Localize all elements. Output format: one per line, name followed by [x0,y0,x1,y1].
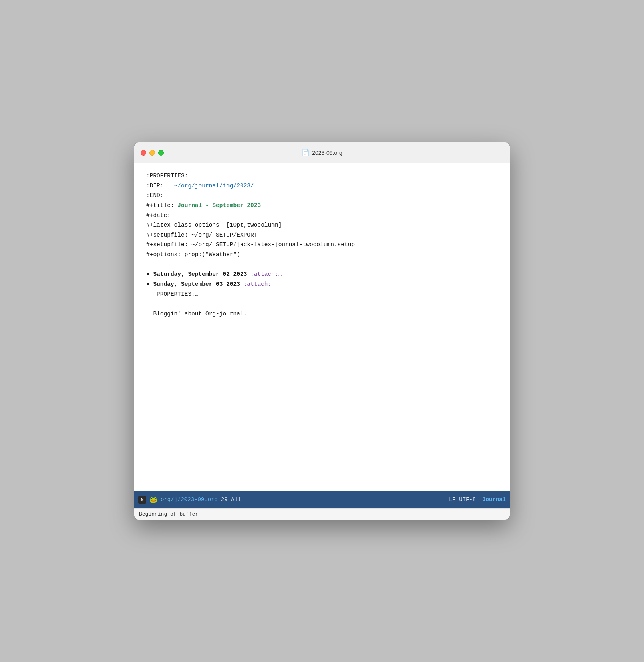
bottom-bar: Beginning of buffer [134,508,510,520]
line-properties-indent: :PROPERTIES:… [146,289,498,299]
line-title: #+title: Journal - September 2023 [146,201,498,211]
line-latex-class: #+latex_class_options: [10pt,twocolumn] [146,220,498,230]
statusbar-right: LF UTF-8 Journal [449,496,506,503]
blank-line-1 [146,260,498,270]
file-icon: 📄 [302,149,310,156]
statusbar-encoding: LF UTF-8 [449,496,476,503]
traffic-lights [141,150,164,156]
line-saturday-heading: ● Saturday, September 02 2023 :attach:… [146,269,498,279]
line-sunday-heading: ● Sunday, September 03 2023 :attach: [146,279,498,289]
window-title: 📄 2023-09.org [302,149,342,156]
close-button[interactable] [141,150,146,156]
titlebar: 📄 2023-09.org [134,142,510,163]
line-setupfile2: #+setupfile: ~/org/_SETUP/jack-latex-jou… [146,240,498,250]
statusbar: N 🐸 org/j/2023-09.org 29 All LF UTF-8 Jo… [134,491,510,508]
maximize-button[interactable] [158,150,164,156]
minimize-button[interactable] [149,150,155,156]
line-setupfile1: #+setupfile: ~/org/_SETUP/EXPORT [146,230,498,240]
arrow-icon: 🐸 [149,496,157,504]
line-properties: :PROPERTIES: [146,171,498,181]
statusbar-mode: Journal [482,496,506,503]
path-prefix: org [161,496,171,503]
main-window: 📄 2023-09.org :PROPERTIES: :DIR: ~/org/j… [134,142,510,520]
statusbar-path: org/j/2023-09.org [161,496,218,503]
filename-label: 2023-09.org [312,150,342,156]
line-options: #+options: prop:("Weather") [146,250,498,260]
editor-area[interactable]: :PROPERTIES: :DIR: ~/org/journal/img/202… [134,163,510,491]
line-dir: :DIR: ~/org/journal/img/2023/ [146,181,498,191]
line-body-text: Bloggin' about Org-journal. [146,309,498,319]
line-date: #+date: [146,211,498,221]
n-badge: N [138,496,146,504]
bottom-message: Beginning of buffer [139,511,198,517]
line-end: :END: [146,191,498,201]
blank-line-2 [146,299,498,309]
statusbar-position: 29 All [221,496,241,503]
path-file: /j/2023-09.org [171,496,218,503]
